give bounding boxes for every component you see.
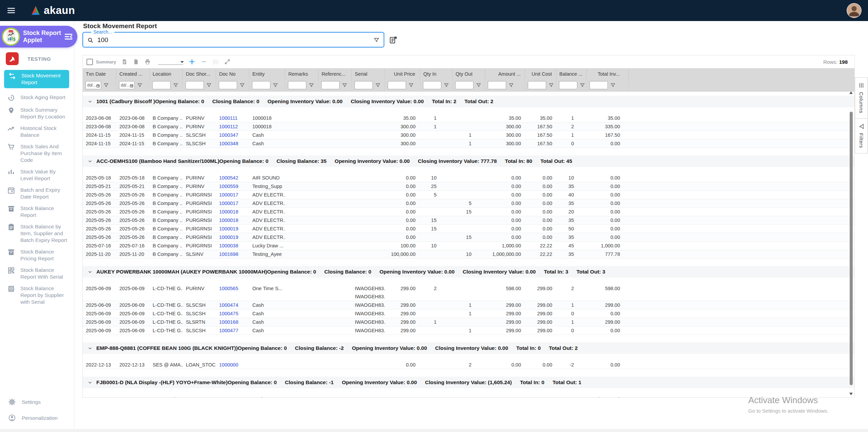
filter-funnel-icon[interactable] (548, 82, 554, 88)
search-input[interactable] (97, 34, 335, 46)
doc-no-link[interactable]: 1000000 (219, 362, 238, 368)
doc-no-link[interactable]: 1000019 (219, 234, 238, 240)
column-filter-input[interactable] (288, 81, 306, 89)
table-row[interactable]: 2025-06-092025-06-09L-CD-THE G...SLSCSH1… (83, 309, 854, 318)
table-row[interactable]: 2025-05-182025-05-18B Company ...PURINV1… (83, 174, 854, 182)
column-header-amount[interactable]: Amount ... (485, 68, 525, 79)
table-row[interactable]: 2025-11-202025-11-20B Company ...SLSINV1… (83, 250, 854, 259)
funnel-icon[interactable] (373, 37, 380, 43)
hamburger-menu-icon[interactable] (7, 6, 16, 15)
table-row[interactable]: 2025-05-262025-05-26B Company ...PURGRNS… (83, 216, 854, 225)
table-row[interactable]: 2023-06-082023-06-08B Company ...PURINV1… (83, 123, 854, 131)
doc-no-link[interactable]: 1000542 (219, 175, 238, 181)
column-filter-input[interactable] (186, 81, 204, 89)
sidebar-item-personalization[interactable]: Personalization (0, 410, 74, 426)
sidebar-item-stock-balance-by-item-supplier-and-batch-exp[interactable]: Stock Balance by Item, Supplier and Batc… (0, 221, 74, 246)
table-row[interactable]: 2025-05-262025-05-26B Company ...PURGRNS… (83, 199, 854, 208)
column-filter-input[interactable] (354, 81, 373, 89)
chevron-down-icon[interactable] (87, 269, 93, 275)
scrollbar-thumb[interactable] (850, 112, 853, 385)
filter-funnel-icon[interactable] (103, 82, 109, 88)
filter-funnel-icon[interactable] (239, 82, 245, 88)
table-row[interactable]: 2025-07-162025-07-16B Company ...PURGRNS… (83, 242, 854, 250)
doc-no-link[interactable]: 1000168 (219, 319, 238, 325)
column-filter-input[interactable] (388, 81, 406, 89)
doc-no-link[interactable]: 1000017 (219, 201, 238, 206)
filter-funnel-icon[interactable] (173, 82, 178, 88)
filter-funnel-icon[interactable] (137, 82, 142, 88)
filter-funnel-icon[interactable] (508, 82, 514, 88)
sidebar-item-stock-balance-pricing-report[interactable]: Stock Balance Pricing Report (0, 246, 74, 264)
column-header-remarks[interactable]: Remarks (285, 68, 319, 79)
table-row[interactable]: 2025-05-262025-05-26B Company ...PURGRNS… (83, 233, 854, 242)
column-header-total-inv[interactable]: Total Inv... (587, 68, 629, 79)
brand-logo[interactable]: akaun (30, 4, 75, 17)
doc-no-link[interactable]: 1000565 (219, 286, 238, 291)
filter-funnel-icon[interactable] (610, 82, 616, 88)
column-header-doc-shor[interactable]: Doc Shor... (183, 68, 216, 79)
doc-no-link[interactable]: 1000347 (219, 132, 238, 138)
table-row[interactable]: 2022-12-132022-12-13SES @ AMA...LOAN_STO… (83, 361, 854, 369)
printer-icon[interactable] (144, 59, 151, 65)
chevron-down-icon[interactable] (87, 380, 93, 386)
column-header-created[interactable]: Created ... (116, 68, 150, 79)
group-header[interactable]: FJB0001-D (NLA Display -(HLF) YOYO+Frame… (83, 377, 854, 388)
open-report-icon[interactable] (389, 36, 398, 44)
group-header[interactable]: 1001 (Cadbury Biscoff )Opening Balance: … (83, 96, 854, 107)
column-filter-input[interactable] (528, 81, 546, 89)
doc-no-link[interactable]: 1000474 (219, 302, 238, 308)
sidebar-module-testing[interactable]: TESTING (0, 51, 74, 67)
column-filter-input[interactable] (590, 81, 608, 89)
column-header-unit-cost[interactable]: Unit Cost (525, 68, 556, 79)
column-header-txn-date[interactable]: Txn Date (83, 68, 116, 79)
scroll-up-icon[interactable] (849, 91, 853, 94)
doc-no-link[interactable]: 1000477 (219, 328, 238, 333)
doc-no-link[interactable]: 1000018 (219, 218, 238, 223)
doc-no-link[interactable]: 1000111 (219, 115, 237, 121)
side-tab-columns[interactable]: Columns (855, 77, 868, 119)
sidebar-item-stock-balance-report[interactable]: Stock Balance Report (0, 203, 74, 221)
sidebar-item-stock-value-by-level-report[interactable]: Stock Value By Level Report (0, 166, 74, 184)
table-row[interactable]: 2025-06-092025-06-09L-CD-THE G...SLSCSH1… (83, 326, 854, 335)
column-header-doc-no[interactable]: Doc No (216, 68, 249, 79)
filter-funnel-icon[interactable] (273, 82, 278, 88)
table-row[interactable]: 2025-05-212025-05-21B Company ...PURINV1… (83, 182, 854, 191)
group-header[interactable]: ACC-OEMHS100 (Bamboo Hand Sanitizer/100M… (83, 155, 854, 167)
filter-funnel-icon[interactable] (309, 82, 314, 88)
expand-icon[interactable] (224, 59, 230, 65)
side-tab-filters[interactable]: Filters (855, 119, 868, 153)
sidebar-item-stock-aging-report[interactable]: Stock Aging Report (0, 92, 74, 104)
doc-no-link[interactable]: 1000112 (219, 124, 238, 129)
column-filter-input[interactable] (559, 81, 577, 89)
applet-header[interactable]: $ Stock Report Applet (0, 26, 77, 48)
column-header-qty-in[interactable]: Qty In (420, 68, 452, 79)
minus-icon[interactable] (201, 59, 207, 65)
doc-no-link[interactable]: 1000017 (219, 192, 238, 198)
column-filter-input[interactable] (321, 81, 340, 89)
export-format-dropdown[interactable] (158, 59, 183, 65)
table-row[interactable]: 2025-05-262025-05-26B Company ...PURGRNS… (83, 225, 854, 233)
column-filter-input[interactable] (488, 81, 506, 89)
column-header-qty-out[interactable]: Qty Out (452, 68, 485, 79)
vertical-scrollbar[interactable] (849, 91, 853, 396)
column-filter-input[interactable] (152, 81, 171, 89)
column-header-entity[interactable]: Entity (249, 68, 285, 79)
filter-funnel-icon[interactable] (342, 82, 347, 88)
table-row[interactable]: 2025-06-092025-06-09L-CD-THE G...SLSRTN1… (83, 318, 854, 326)
table-row[interactable]: 2023-04-032023-04-03300-KBU | 3...SLSCSH… (83, 395, 854, 398)
sidebar-item-stock-balance-report-with-serial[interactable]: Stock Balance Report With Serial (0, 264, 74, 283)
column-filter-input[interactable] (219, 81, 237, 89)
table-row[interactable]: 2025-05-262025-05-26B Company ...PURGRNS… (83, 208, 854, 216)
group-header[interactable]: EMP-888-Q8881 (COFFEE BEAN 100G (BLACK K… (83, 342, 854, 354)
sidebar-item-historical-stock-balance[interactable]: Historical Stock Balance (0, 123, 74, 141)
filter-funnel-icon[interactable] (476, 82, 481, 88)
doc-no-link[interactable]: 1001698 (219, 251, 238, 257)
sidebar-item-batch-and-expiry-date-report[interactable]: Batch and Expiry Date Report (0, 184, 74, 203)
doc-no-link[interactable]: 1000018 (219, 209, 238, 214)
column-header-referenc[interactable]: Referenc... (319, 68, 352, 79)
collapse-sidebar-icon[interactable] (64, 32, 73, 41)
doc-lines-icon[interactable] (121, 59, 128, 65)
table-row[interactable]: 2025-06-092025-06-09L-CD-THE G...PURINV1… (83, 284, 854, 301)
column-filter-input[interactable] (423, 81, 441, 89)
dots-grid-icon[interactable] (212, 59, 219, 65)
